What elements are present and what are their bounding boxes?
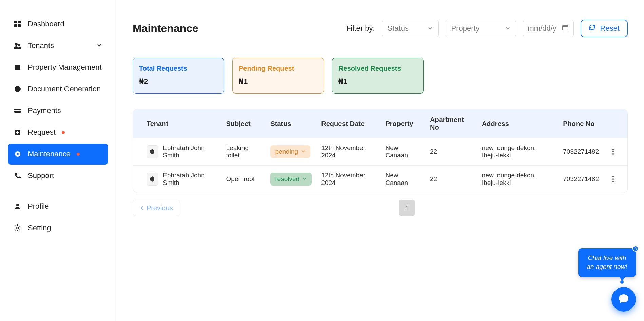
subject-cell: Open roof [221, 166, 266, 193]
requests-table: Tenant Subject Status Request Date Prope… [133, 109, 628, 193]
col-address: Address [477, 109, 558, 138]
sidebar-item-label: Property Management [28, 63, 102, 72]
user-icon [14, 202, 22, 210]
naira-icon [239, 77, 243, 86]
card-value: 2 [144, 77, 148, 86]
sidebar-item-label: Profile [28, 202, 49, 211]
users-icon [14, 42, 22, 50]
sidebar-item-document-generation[interactable]: Document Generation [8, 79, 108, 100]
sidebar-item-support[interactable]: Support [8, 165, 108, 186]
svg-rect-2 [14, 24, 17, 27]
notification-dot-icon [62, 131, 65, 134]
status-text: pending [275, 148, 298, 155]
svg-rect-0 [14, 21, 17, 23]
chat-tooltip: Chat live with an agent now! ✕ [578, 248, 636, 277]
address-cell: new lounge dekon, Ibeju-lekki [477, 166, 558, 193]
request-date-cell: 12th November, 2024 [316, 138, 380, 166]
chevron-down-icon [505, 24, 510, 33]
col-phone-no: Phone No [558, 109, 604, 138]
naira-icon [139, 77, 144, 86]
chat-icon [618, 293, 629, 306]
status-pill[interactable]: pending [270, 145, 310, 158]
phone-no-cell: 7032271482 [558, 138, 604, 166]
calendar-icon [562, 24, 569, 33]
svg-point-14 [17, 227, 19, 229]
card-title: Total Requests [139, 65, 218, 72]
svg-point-12 [17, 153, 19, 155]
sidebar-item-payments[interactable]: Payments [8, 100, 108, 121]
sidebar-item-tenants[interactable]: Tenants [8, 35, 108, 56]
svg-point-18 [612, 151, 614, 152]
main-content: Maintenance Filter by: Status Property m… [116, 0, 644, 321]
sidebar-item-dashboard[interactable]: Dashboard [8, 14, 108, 35]
resolved-requests-card: Resolved Requests 1 [332, 58, 424, 94]
svg-rect-9 [14, 110, 21, 111]
col-apartment-no: Apartment No [425, 109, 477, 138]
reset-button-label: Reset [600, 24, 620, 33]
svg-point-5 [18, 44, 20, 46]
address-cell: new lounge dekon, Ibeju-lekki [477, 138, 558, 166]
chevron-down-icon [96, 41, 102, 50]
sidebar-item-request[interactable]: Request [8, 122, 108, 143]
card-value: 1 [243, 77, 248, 86]
property-filter[interactable]: Property [446, 20, 516, 37]
svg-point-19 [612, 153, 614, 155]
table-row[interactable]: Ephratah John Smith Open roof resolved 1… [133, 166, 627, 193]
property-cell: New Canaan [380, 166, 425, 193]
table-row[interactable]: Ephratah John Smith Leaking toilet pendi… [133, 138, 627, 166]
total-requests-card: Total Requests 2 [133, 58, 224, 94]
svg-point-20 [612, 176, 614, 177]
subject-cell: Leaking toilet [221, 138, 266, 166]
chevron-down-icon [302, 175, 307, 183]
refresh-icon [589, 24, 596, 33]
gear-icon [14, 150, 22, 158]
tenant-name: Ephratah John Smith [163, 172, 216, 187]
dashboard-icon [14, 20, 22, 28]
date-filter[interactable]: mm/dd/y [523, 20, 574, 37]
document-icon [14, 85, 22, 93]
svg-point-22 [612, 181, 614, 182]
row-actions-button[interactable] [608, 174, 618, 184]
previous-button[interactable]: Previous [133, 200, 180, 216]
svg-rect-6 [15, 65, 20, 70]
sidebar-item-label: Support [28, 171, 54, 180]
sidebar-item-setting[interactable]: Setting [8, 217, 108, 238]
chat-button[interactable] [611, 287, 636, 312]
sidebar-item-label: Maintenance [28, 150, 71, 158]
row-actions-button[interactable] [608, 147, 618, 156]
building-icon [14, 63, 22, 71]
chevron-down-icon [428, 24, 433, 33]
page-number[interactable]: 1 [399, 200, 415, 216]
col-tenant: Tenant [133, 109, 221, 138]
card-title: Resolved Requests [338, 65, 417, 72]
status-text: resolved [275, 175, 299, 183]
svg-point-21 [612, 178, 614, 180]
page-title: Maintenance [133, 22, 198, 35]
pending-request-card: Pending Request 1 [232, 58, 324, 94]
col-request-date: Request Date [316, 109, 380, 138]
status-pill[interactable]: resolved [270, 173, 312, 186]
property-filter-placeholder: Property [451, 24, 480, 33]
svg-point-13 [16, 204, 19, 206]
previous-label: Previous [147, 204, 173, 212]
apartment-no-cell: 22 [425, 166, 477, 193]
reset-button[interactable]: Reset [581, 20, 628, 37]
svg-point-4 [15, 43, 18, 46]
sidebar-item-label: Document Generation [28, 85, 101, 93]
close-icon[interactable]: ✕ [632, 245, 639, 252]
sidebar-item-maintenance[interactable]: Maintenance [8, 144, 108, 165]
sidebar-item-profile[interactable]: Profile [8, 196, 108, 217]
sidebar: Dashboard Tenants Property Management [0, 0, 116, 321]
card-title: Pending Request [239, 65, 317, 72]
status-filter-placeholder: Status [388, 24, 409, 33]
sidebar-item-label: Tenants [28, 41, 54, 50]
svg-point-7 [15, 86, 21, 92]
sidebar-item-label: Payments [28, 106, 61, 115]
status-filter[interactable]: Status [382, 20, 439, 37]
settings-icon [14, 224, 22, 232]
col-subject: Subject [221, 109, 266, 138]
apartment-no-cell: 22 [425, 138, 477, 166]
sidebar-item-property-management[interactable]: Property Management [8, 57, 108, 78]
chevron-left-icon [140, 204, 144, 212]
sidebar-item-label: Setting [28, 223, 51, 232]
